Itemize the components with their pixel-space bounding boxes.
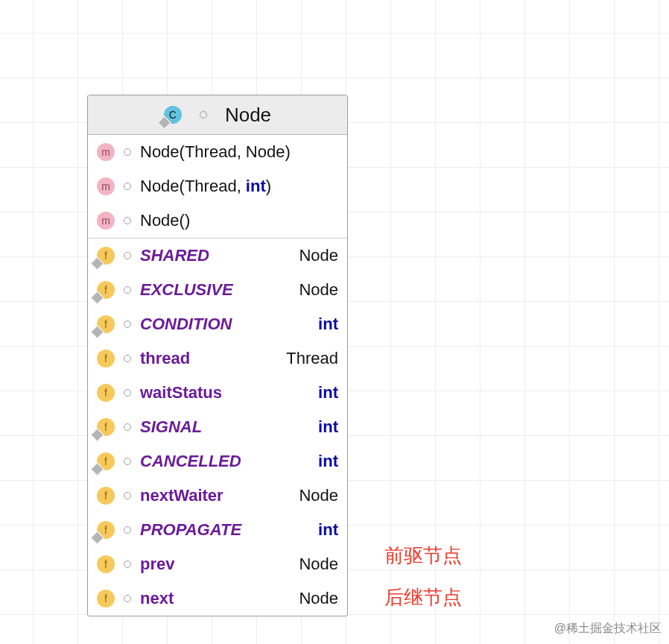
modifier-dot <box>124 286 131 294</box>
modifier-dot <box>124 321 131 328</box>
field-type: Node <box>299 555 338 574</box>
method-row: mNode(Thread, int) <box>88 169 347 203</box>
field-icon: f <box>97 452 115 470</box>
field-name: next <box>140 589 174 608</box>
watermark: @稀土掘金技术社区 <box>554 621 662 637</box>
methods-section: mNode(Thread, Node)mNode(Thread, int)mNo… <box>88 135 347 239</box>
field-name: thread <box>140 349 190 368</box>
modifier-dot <box>124 183 131 190</box>
field-name: SIGNAL <box>140 417 202 437</box>
field-icon: f <box>97 350 115 367</box>
class-name: Node <box>225 104 271 127</box>
field-row: fwaitStatusint <box>88 376 347 410</box>
modifier-dot <box>124 148 131 156</box>
field-row: fprevNode <box>88 547 347 581</box>
modifier-dot <box>124 458 131 465</box>
field-icon: f <box>97 590 115 607</box>
method-signature: Node() <box>140 211 190 230</box>
field-name: prev <box>140 555 174 574</box>
field-type: int <box>318 452 338 471</box>
annotation-prev: 前驱节点 <box>384 543 462 569</box>
field-icon: f <box>97 247 115 265</box>
modifier-dot <box>200 111 207 119</box>
field-row: fCANCELLEDint <box>88 444 347 479</box>
method-icon: m <box>97 212 115 230</box>
field-row: fEXCLUSIVENode <box>88 273 347 307</box>
field-type: Node <box>299 246 338 265</box>
modifier-dot <box>124 217 131 224</box>
method-row: mNode() <box>88 203 347 238</box>
field-icon: f <box>97 487 115 505</box>
fields-section: fSHAREDNodefEXCLUSIVENodefCONDITIONintft… <box>88 239 347 616</box>
method-signature: Node(Thread, Node) <box>140 142 291 162</box>
field-type: Node <box>299 589 338 608</box>
class-icon: C <box>164 106 182 124</box>
modifier-dot <box>124 561 131 568</box>
field-row: fSHAREDNode <box>88 239 347 273</box>
annotation-next: 后继节点 <box>384 584 462 610</box>
field-type: Thread <box>286 349 338 368</box>
field-row: fnextWaiterNode <box>88 479 347 513</box>
field-icon: f <box>97 521 115 539</box>
modifier-dot <box>124 355 131 362</box>
class-diagram-panel: C Node mNode(Thread, Node)mNode(Thread, … <box>87 95 348 616</box>
field-row: fPROPAGATEint <box>88 513 347 547</box>
field-name: SHARED <box>140 246 209 265</box>
modifier-dot <box>124 492 131 499</box>
class-header: C Node <box>88 95 347 135</box>
field-type: Node <box>299 486 338 505</box>
field-icon: f <box>97 384 115 402</box>
method-icon: m <box>97 143 115 161</box>
field-name: CANCELLED <box>140 452 241 471</box>
field-type: Node <box>299 280 338 300</box>
field-name: CONDITION <box>140 315 232 334</box>
field-name: nextWaiter <box>140 486 223 505</box>
field-name: waitStatus <box>140 383 222 402</box>
method-icon: m <box>97 177 115 195</box>
method-row: mNode(Thread, Node) <box>88 135 347 169</box>
field-row: fSIGNALint <box>88 410 347 444</box>
field-icon: f <box>97 315 115 333</box>
field-icon: f <box>97 555 115 573</box>
modifier-dot <box>124 526 131 534</box>
field-row: fthreadThread <box>88 341 347 376</box>
modifier-dot <box>124 389 131 397</box>
field-icon: f <box>97 418 115 436</box>
method-signature: Node(Thread, int) <box>140 177 271 196</box>
modifier-dot <box>124 595 131 602</box>
field-type: int <box>318 315 338 334</box>
field-row: fCONDITIONint <box>88 307 347 341</box>
field-icon: f <box>97 281 115 299</box>
modifier-dot <box>124 252 131 259</box>
modifier-dot <box>124 423 131 431</box>
field-name: EXCLUSIVE <box>140 280 233 300</box>
field-type: int <box>318 417 338 437</box>
field-name: PROPAGATE <box>140 520 241 540</box>
field-type: int <box>318 520 338 540</box>
field-row: fnextNode <box>88 581 347 616</box>
field-type: int <box>318 383 338 402</box>
